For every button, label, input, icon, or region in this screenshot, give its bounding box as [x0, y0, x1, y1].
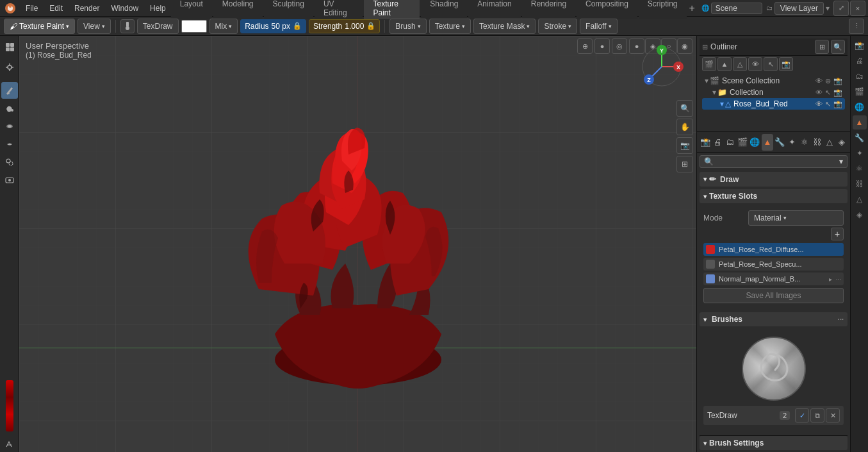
draw-section-header[interactable]: ▾ ✏ Draw — [700, 172, 848, 187]
left-tool-draw[interactable] — [1, 82, 18, 99]
prop-output[interactable]: 🖨 — [712, 134, 723, 151]
tab-modeling[interactable]: Modeling — [213, 0, 263, 19]
preferences-button[interactable]: × — [850, 1, 865, 16]
left-tool-smear[interactable] — [1, 136, 18, 153]
prop-view-layer[interactable]: 🗂 — [725, 134, 735, 151]
side-icon-world[interactable]: 🌐 — [853, 100, 867, 114]
fullscreen-button[interactable]: ⤢ — [833, 1, 849, 16]
side-icon-render[interactable]: 📸 — [853, 38, 867, 53]
filter-render-restrict[interactable]: 📸 — [779, 57, 793, 71]
radius-lock[interactable]: 🔒 — [293, 22, 302, 30]
side-icon-material[interactable]: ◈ — [853, 208, 867, 222]
side-icon-constraints[interactable]: ⛓ — [853, 177, 867, 191]
toolbar-options-btn[interactable]: ⋮ — [849, 19, 864, 34]
color-swatch[interactable] — [181, 20, 207, 33]
filter-select-restrict[interactable]: ↖ — [764, 57, 778, 71]
mode-selector[interactable]: 🖌 Texture Paint ▾ — [4, 19, 75, 34]
search-dropdown[interactable]: ▾ — [839, 157, 843, 166]
collection-select[interactable]: ↖ — [825, 88, 831, 97]
viewport-overlay-toggle[interactable]: ● — [594, 38, 610, 54]
brush-dropdown[interactable]: Brush ▾ — [389, 19, 426, 34]
brush-icon-btn[interactable] — [120, 19, 135, 33]
brushes-section-header[interactable]: ▾ Brushes ··· — [700, 312, 848, 326]
filter-meshes[interactable]: △ — [733, 57, 747, 71]
prop-material[interactable]: ◈ — [837, 134, 848, 151]
prop-data[interactable]: △ — [824, 134, 835, 151]
left-tool-soften[interactable] — [1, 118, 18, 135]
brush-verify-btn[interactable]: ✓ — [795, 408, 809, 423]
left-tool-select[interactable] — [1, 38, 18, 55]
menu-window[interactable]: Window — [106, 3, 143, 14]
scene-collection-eye[interactable]: 👁 — [815, 77, 823, 85]
texture-slot-diffuse[interactable]: Petal_Rose_Red_Diffuse... — [703, 243, 844, 256]
outliner-search-btn[interactable]: 🔍 — [831, 40, 845, 54]
brush-copy-btn[interactable]: ⧉ — [810, 408, 824, 423]
obj-select[interactable]: ↖ — [825, 100, 831, 108]
brushes-options[interactable]: ··· — [838, 315, 844, 323]
left-tool-move[interactable] — [1, 59, 18, 76]
vr-zoom-in[interactable]: 🔍 — [676, 100, 693, 117]
left-tool-annotate[interactable] — [1, 435, 18, 452]
tab-compositing[interactable]: Compositing — [577, 0, 637, 19]
side-icon-data[interactable]: △ — [853, 192, 867, 206]
menu-render[interactable]: Render — [69, 3, 104, 14]
texture-mask-dropdown[interactable]: Texture Mask ▾ — [473, 19, 536, 34]
left-tool-clone[interactable] — [1, 154, 18, 171]
left-tool-fill[interactable] — [1, 100, 18, 117]
stroke-dropdown[interactable]: Stroke ▾ — [538, 19, 577, 34]
brush-delete-btn[interactable]: ✕ — [826, 408, 840, 423]
texture-slots-section-header[interactable]: ▾ Texture Slots — [700, 189, 848, 203]
filter-restrict-cols[interactable]: 👁 — [748, 57, 762, 71]
menu-help[interactable]: Help — [145, 3, 171, 14]
view-menu[interactable]: View ▾ — [78, 19, 111, 34]
normal-expand[interactable]: ▸ — [829, 276, 832, 283]
left-tool-mask[interactable] — [1, 172, 18, 188]
scene-collection-item[interactable]: ▾ 🎬 Scene Collection 👁 ⊕ 📸 — [702, 75, 845, 87]
prop-render[interactable]: 📸 — [700, 134, 710, 151]
filter-objects[interactable]: ▲ — [717, 57, 732, 71]
scene-collection-render[interactable]: 📸 — [833, 77, 842, 85]
prop-particles[interactable]: ✦ — [787, 134, 798, 151]
tab-animation[interactable]: Animation — [468, 0, 520, 19]
tab-shading[interactable]: Shading — [421, 0, 467, 19]
side-icon-output[interactable]: 🖨 — [853, 54, 867, 68]
brush-settings-header[interactable]: ▾ Brush Settings — [700, 436, 848, 450]
texture-slot-normal[interactable]: Normal_map_Normal_B... ▸ ··· — [703, 272, 844, 285]
prop-world[interactable]: 🌐 — [749, 134, 760, 151]
scene-input[interactable] — [711, 3, 762, 14]
menu-file[interactable]: File — [20, 3, 43, 14]
side-icon-modifier[interactable]: 🔧 — [853, 131, 867, 145]
object-item[interactable]: ▾ △ Rose_Bud_Red 👁 ↖ 📸 — [702, 98, 845, 110]
color-gradient-strip[interactable] — [6, 380, 13, 431]
side-icon-object[interactable]: ▲ — [853, 115, 867, 130]
outliner-filter-btn[interactable]: ⊞ — [815, 40, 829, 54]
prop-object[interactable]: ▲ — [762, 134, 773, 151]
save-all-images-btn[interactable]: Save All Images — [703, 288, 844, 303]
search-input[interactable] — [716, 157, 837, 166]
navigation-gizmo[interactable]: X Y Z — [639, 44, 685, 90]
add-workspace-button[interactable]: + — [687, 3, 698, 14]
tab-uv-editing[interactable]: UV Editing — [315, 0, 363, 19]
tab-scripting[interactable]: Scripting — [639, 0, 687, 19]
strength-field[interactable]: Strength 1.000 🔒 — [309, 19, 380, 33]
texture-slot-specular[interactable]: Petal_Rose_Red_Specu... — [703, 258, 844, 271]
tab-texture-paint[interactable]: Texture Paint — [364, 0, 420, 19]
texture-mode-dropdown[interactable]: Material ▾ — [748, 210, 844, 226]
brush-name-input[interactable]: TexDraw — [137, 19, 179, 34]
side-icon-view-layer[interactable]: 🗂 — [853, 69, 867, 83]
menu-edit[interactable]: Edit — [44, 3, 68, 14]
side-icon-physics[interactable]: ⚛ — [853, 162, 867, 176]
viewport[interactable]: User Perspective (1) Rose_Bud_Red ⊕ ● ◎ … — [19, 36, 696, 452]
side-icon-particles[interactable]: ✦ — [853, 146, 867, 160]
strength-lock[interactable]: 🔒 — [366, 22, 375, 30]
prop-constraints[interactable]: ⛓ — [812, 134, 823, 151]
view-layer-button[interactable]: View Layer — [774, 2, 824, 15]
search-bar[interactable]: 🔍 ▾ — [700, 155, 848, 168]
side-icon-scene[interactable]: 🎬 — [853, 85, 867, 99]
tab-layout[interactable]: Layout — [171, 0, 212, 19]
falloff-dropdown[interactable]: Falloff ▾ — [580, 19, 617, 34]
filter-scenes[interactable]: 🎬 — [702, 57, 716, 71]
blend-mode-dropdown[interactable]: Mix ▾ — [209, 19, 238, 34]
add-texture-slot-btn[interactable]: + — [831, 228, 844, 240]
prop-scene[interactable]: 🎬 — [737, 134, 748, 151]
